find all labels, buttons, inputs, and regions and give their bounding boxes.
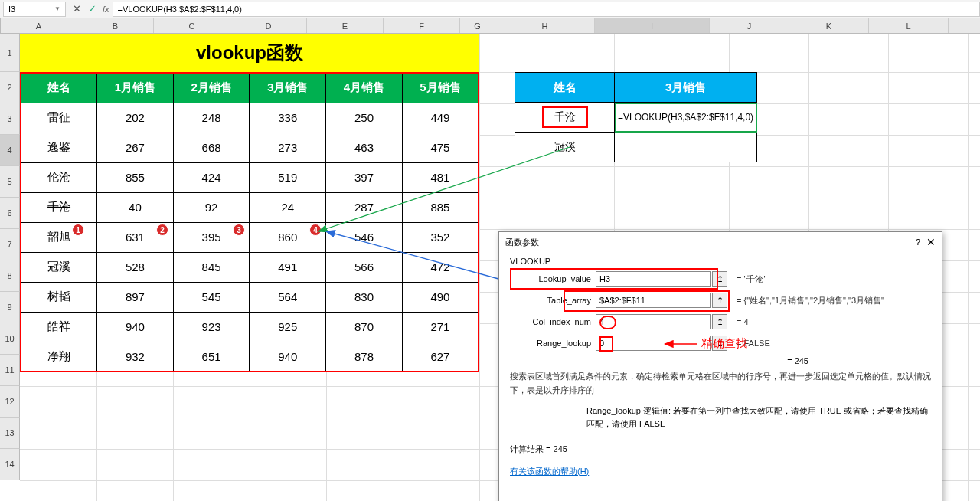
data-cell[interactable]: 490 — [402, 282, 479, 312]
function-help-link[interactable]: 有关该函数的帮助(H) — [510, 466, 589, 477]
data-cell[interactable]: 韶旭 — [21, 222, 97, 252]
formula-input[interactable]: =VLOOKUP(H3,$A$2:$F$11,4,0) — [113, 2, 980, 17]
data-cell[interactable]: 546 — [326, 222, 403, 252]
data-cell[interactable]: 925 — [250, 312, 326, 342]
row-header[interactable]: 1 — [0, 34, 20, 72]
sheet-title: vlookup函数 — [20, 34, 479, 72]
data-cell[interactable]: 树韬 — [21, 282, 97, 312]
column-header[interactable]: B — [77, 18, 154, 33]
data-cell[interactable]: 287 — [326, 192, 403, 222]
column-header[interactable]: D — [230, 18, 307, 33]
data-cell[interactable]: 逸鉴 — [21, 133, 97, 162]
data-cell[interactable]: 352 — [402, 222, 479, 252]
data-cell[interactable]: 424 — [173, 162, 250, 192]
data-cell[interactable]: 566 — [326, 252, 403, 282]
row-header[interactable]: 9 — [0, 292, 20, 323]
data-cell[interactable]: 932 — [97, 342, 174, 372]
data-cell[interactable]: 净翔 — [21, 342, 97, 372]
lookup-formula-cell[interactable] — [615, 133, 757, 162]
data-cell[interactable]: 940 — [97, 312, 174, 342]
column-header[interactable]: F — [384, 18, 460, 33]
dialog-titlebar[interactable]: 函数参数 ? ✕ — [499, 232, 942, 252]
column-header[interactable]: A — [1, 18, 77, 33]
column-header[interactable]: M — [949, 18, 980, 33]
data-cell[interactable]: 472 — [402, 252, 479, 282]
lookup-formula-cell[interactable]: =VLOOKUP(H3,$A$2:$F$11,4,0) — [615, 103, 757, 133]
data-cell[interactable]: 冠溪 — [21, 252, 97, 282]
row-header[interactable]: 11 — [0, 355, 20, 386]
column-header[interactable]: C — [154, 18, 230, 33]
row-header[interactable]: 3 — [0, 103, 20, 135]
column-header[interactable]: K — [789, 18, 869, 33]
column-header[interactable]: E — [307, 18, 384, 33]
range-select-icon[interactable]: ↥ — [712, 314, 727, 329]
data-cell[interactable]: 267 — [97, 133, 174, 162]
column-header[interactable]: J — [710, 18, 789, 33]
param-row: Col_index_num↥= 4 — [510, 313, 931, 330]
data-cell[interactable]: 千沧 — [21, 192, 97, 222]
data-cell[interactable]: 830 — [326, 282, 403, 312]
function-name: VLOOKUP — [510, 257, 931, 266]
row-header[interactable]: 14 — [0, 449, 20, 480]
data-cell[interactable]: 491 — [250, 252, 326, 282]
data-cell[interactable]: 627 — [402, 342, 479, 372]
data-cell[interactable]: 248 — [173, 103, 250, 133]
lookup-name-cell[interactable]: 千沧 — [515, 103, 615, 133]
data-cell[interactable]: 668 — [173, 133, 250, 162]
spreadsheet-grid[interactable]: vlookup函数 姓名 1月销售 2月销售 3月销售 4月销售 5月销售 雷征… — [20, 34, 980, 480]
data-cell[interactable]: 336 — [250, 103, 326, 133]
column-header[interactable]: H — [495, 18, 595, 33]
data-cell[interactable]: 92 — [173, 192, 250, 222]
data-cell[interactable]: 651 — [173, 342, 250, 372]
data-cell[interactable]: 870 — [326, 312, 403, 342]
close-icon[interactable]: ✕ — [926, 236, 936, 248]
lookup-name-cell[interactable]: 冠溪 — [515, 133, 615, 162]
row-header[interactable]: 8 — [0, 260, 20, 292]
annotation-ring-col-index — [599, 316, 616, 329]
row-header[interactable]: 10 — [0, 323, 20, 355]
fx-icon[interactable]: fx — [103, 5, 109, 14]
data-cell[interactable]: 878 — [326, 342, 403, 372]
column-header[interactable]: L — [869, 18, 949, 33]
cancel-formula-icon[interactable]: ✕ — [69, 2, 84, 17]
data-cell[interactable]: 271 — [402, 312, 479, 342]
data-cell[interactable]: 475 — [402, 133, 479, 162]
confirm-formula-icon[interactable]: ✓ — [84, 2, 100, 17]
data-cell[interactable]: 845 — [173, 252, 250, 282]
data-cell[interactable]: 897 — [97, 282, 174, 312]
data-cell[interactable]: 449 — [402, 103, 479, 133]
row-header[interactable]: 7 — [0, 229, 20, 260]
row-header[interactable]: 12 — [0, 386, 20, 418]
row-header[interactable]: 6 — [0, 198, 20, 229]
data-cell[interactable]: 463 — [326, 133, 403, 162]
data-cell[interactable]: 885 — [402, 192, 479, 222]
data-cell[interactable]: 923 — [173, 312, 250, 342]
data-cell[interactable]: 雷征 — [21, 103, 97, 133]
data-cell[interactable]: 855 — [97, 162, 174, 192]
param-result: = 4 — [737, 317, 749, 326]
data-cell[interactable]: 273 — [250, 133, 326, 162]
data-cell[interactable]: 519 — [250, 162, 326, 192]
row-header[interactable]: 5 — [0, 166, 20, 198]
row-header[interactable]: 13 — [0, 418, 20, 449]
data-cell[interactable]: 202 — [97, 103, 174, 133]
data-cell[interactable]: 397 — [326, 162, 403, 192]
chevron-down-icon[interactable]: ▼ — [54, 5, 60, 12]
data-cell[interactable]: 伦沧 — [21, 162, 97, 192]
data-cell[interactable]: 545 — [173, 282, 250, 312]
name-box[interactable]: I3 ▼ — [3, 2, 66, 17]
data-cell[interactable]: 528 — [97, 252, 174, 282]
column-header[interactable]: G — [460, 18, 495, 33]
data-cell[interactable]: 皓祥 — [21, 312, 97, 342]
column-header[interactable]: I — [595, 18, 710, 33]
data-cell[interactable]: 940 — [250, 342, 326, 372]
data-cell[interactable]: 24 — [250, 192, 326, 222]
data-cell[interactable]: 481 — [402, 162, 479, 192]
data-cell[interactable]: 250 — [326, 103, 403, 133]
data-cell[interactable]: 564 — [250, 282, 326, 312]
col-header: 3月销售 — [250, 73, 326, 103]
row-header[interactable]: 4 — [0, 135, 20, 166]
row-header[interactable]: 2 — [0, 72, 20, 103]
data-cell[interactable]: 40 — [97, 192, 174, 222]
help-icon[interactable]: ? — [916, 237, 920, 247]
